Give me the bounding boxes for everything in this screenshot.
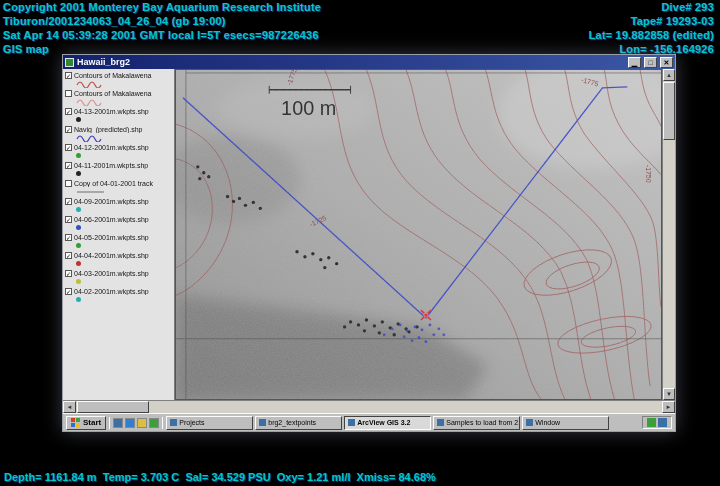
desktop-icon[interactable] (113, 418, 123, 428)
system-tray (642, 416, 672, 429)
layer-label: 04-03-2001m.wkpts.shp (74, 270, 149, 277)
overlay-status-line: Depth= 1161.84 m Temp= 3.703 C Sal= 34.5… (4, 471, 436, 483)
legend-item[interactable]: ✓04-05-2001m.wkpts.shp (65, 234, 172, 250)
scroll-left-button[interactable]: ◄ (63, 401, 76, 413)
legend-item[interactable]: ✓04-11-2001m.wkpts.shp (65, 162, 172, 178)
task-window-icon (526, 419, 533, 426)
layer-symbol-icon (76, 97, 172, 106)
layer-checkbox[interactable]: ✓ (65, 270, 72, 277)
overlay-text-line: Dive# 293 (589, 0, 714, 14)
legend-item[interactable]: ✓04-09-2001m.wkpts.shp (65, 198, 172, 214)
legend-item[interactable]: Contours of Makalawena (65, 90, 172, 106)
taskbar-tasks: Projectsbrg2_textpointsArcView GIS 3.2Sa… (166, 416, 639, 430)
layer-label: Copy of 04-01-2001 track (74, 180, 153, 187)
layer-checkbox[interactable]: ✓ (65, 126, 72, 133)
scroll-up-button[interactable]: ▲ (663, 69, 675, 81)
layer-checkbox[interactable]: ✓ (65, 252, 72, 259)
layer-label: 04-09-2001m.wkpts.shp (74, 198, 149, 205)
layer-symbol-icon (76, 259, 172, 268)
legend-item[interactable]: ✓04-02-2001m.wkpts.shp (65, 288, 172, 304)
horizontal-scrollbar-thumb[interactable] (77, 401, 149, 413)
arcview-icon[interactable] (149, 418, 159, 428)
video-grain-overlay (176, 70, 661, 399)
overlay-text-line: Copyright 2001 Monterey Bay Aquarium Res… (3, 0, 321, 14)
vertical-scrollbar-thumb[interactable] (663, 82, 675, 140)
layer-checkbox[interactable] (65, 90, 72, 97)
layer-label: 04-06-2001m.wkpts.shp (74, 216, 149, 223)
horizontal-scrollbar-track[interactable] (149, 401, 662, 413)
overlay-text-line: Lat= 19.882858 (edited) (589, 28, 714, 42)
legend-item[interactable]: ✓04-03-2001m.wkpts.shp (65, 270, 172, 286)
layer-symbol-icon (76, 133, 172, 142)
layer-checkbox[interactable]: ✓ (65, 198, 72, 205)
taskbar: Start Projectsbrg2_textpointsArcView GIS… (63, 413, 675, 431)
scroll-right-button[interactable]: ► (662, 401, 675, 413)
start-label: Start (83, 418, 101, 427)
layer-checkbox[interactable]: ✓ (65, 144, 72, 151)
horizontal-scrollbar[interactable]: ◄ ► (63, 400, 675, 413)
task-window-icon (259, 419, 266, 426)
layer-checkbox[interactable]: ✓ (65, 162, 72, 169)
task-window-icon (170, 419, 177, 426)
taskbar-task-button[interactable]: ArcView GIS 3.2 (344, 416, 431, 430)
scroll-down-button[interactable]: ▼ (663, 388, 675, 400)
folder-icon[interactable] (137, 418, 147, 428)
layer-symbol-icon (76, 151, 172, 160)
map-canvas: 100 m -1775-1725-1775-1750 (176, 70, 661, 399)
layer-symbol-icon (76, 205, 172, 214)
layer-symbol-icon (76, 241, 172, 250)
windows-logo-icon (71, 418, 80, 427)
window-content: ✓Contours of MakalawenaContours of Makal… (63, 69, 675, 400)
layer-label: 04-12-2001m.wkpts.shp (74, 144, 149, 151)
quick-launch (113, 418, 159, 428)
layer-symbol-icon (76, 277, 172, 286)
legend-item[interactable]: ✓04-06-2001m.wkpts.shp (65, 216, 172, 232)
legend-item[interactable]: ✓04-04-2001m.wkpts.shp (65, 252, 172, 268)
vertical-scrollbar-track[interactable] (663, 140, 675, 388)
task-window-icon (348, 419, 355, 426)
layer-label: 04-05-2001m.wkpts.shp (74, 234, 149, 241)
task-window-icon (437, 419, 444, 426)
overlay-text-line: Tiburon/2001234063_04_26_04 (gb 19:00) (3, 14, 321, 28)
vertical-scrollbar[interactable]: ▲ ▼ (662, 69, 675, 400)
layer-checkbox[interactable]: ✓ (65, 216, 72, 223)
minimize-button[interactable]: ▁ (628, 57, 641, 68)
window-titlebar[interactable]: Hawaii_brg2 ▁ □ ✕ (63, 55, 675, 69)
maximize-button[interactable]: □ (644, 57, 657, 68)
legend-item[interactable]: Copy of 04-01-2001 track (65, 180, 172, 196)
layer-symbol-icon (76, 295, 172, 304)
overlay-top-left: Copyright 2001 Monterey Bay Aquarium Res… (3, 0, 321, 56)
layer-symbol-icon (76, 79, 172, 88)
layer-label: Contours of Makalawena (74, 90, 151, 97)
legend-item[interactable]: ✓04-12-2001m.wkpts.shp (65, 144, 172, 160)
overlay-text-line: Tape# 19293-03 (589, 14, 714, 28)
layer-label: Contours of Makalawena (74, 72, 151, 79)
layer-checkbox[interactable]: ✓ (65, 288, 72, 295)
taskbar-task-button[interactable]: Window (522, 416, 609, 430)
layer-symbol-icon (76, 187, 172, 196)
layer-symbol-icon (76, 115, 172, 124)
taskbar-divider (109, 417, 110, 429)
ie-icon[interactable] (125, 418, 135, 428)
video-frame: Copyright 2001 Monterey Bay Aquarium Res… (0, 0, 720, 486)
layer-label: 04-02-2001m.wkpts.shp (74, 288, 149, 295)
close-button[interactable]: ✕ (660, 57, 673, 68)
layer-checkbox[interactable]: ✓ (65, 72, 72, 79)
layer-label: 04-04-2001m.wkpts.shp (74, 252, 149, 259)
volume-icon (658, 418, 667, 427)
network-icon (647, 418, 656, 427)
layer-symbol-icon (76, 223, 172, 232)
legend-item[interactable]: ✓Contours of Makalawena (65, 72, 172, 88)
start-button[interactable]: Start (66, 416, 106, 430)
legend-item[interactable]: ✓Navig_(predicted).shp (65, 126, 172, 142)
taskbar-task-button[interactable]: brg2_textpoints (255, 416, 342, 430)
layer-checkbox[interactable] (65, 180, 72, 187)
map-view[interactable]: 100 m -1775-1725-1775-1750 (175, 69, 662, 400)
legend-item[interactable]: ✓04-13-2001m.wkpts.shp (65, 108, 172, 124)
layer-label: Navig_(predicted).shp (74, 126, 142, 133)
taskbar-task-button[interactable]: Projects (166, 416, 253, 430)
layer-checkbox[interactable]: ✓ (65, 108, 72, 115)
layer-checkbox[interactable]: ✓ (65, 234, 72, 241)
taskbar-task-button[interactable]: Samples to load from 2... (433, 416, 520, 430)
layer-label: 04-11-2001m.wkpts.shp (74, 162, 148, 169)
